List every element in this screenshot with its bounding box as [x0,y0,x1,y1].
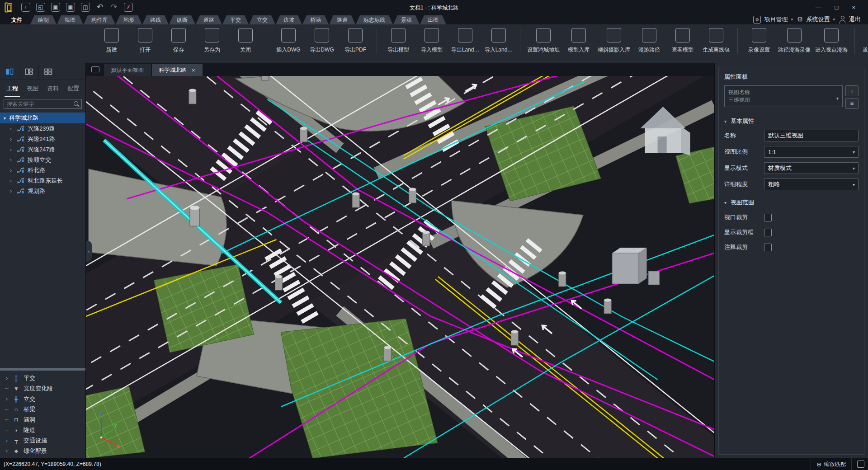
close-icon[interactable]: × [192,67,195,74]
menu-tab-markings[interactable]: 标志标线 [356,15,393,24]
new-button[interactable]: + 新建 [95,28,128,54]
section-basic-properties[interactable]: ▾ 基本属性 [724,117,859,125]
comp-item-greening[interactable]: › ♣ 绿化配景 [0,446,85,456]
comp-item-width-transition[interactable]: ┄ ▼ 宽度变化段 [0,383,85,394]
search-input[interactable] [4,99,82,109]
view-model-button[interactable]: ◫ ● 查看模型 [666,28,699,54]
menu-tab-file[interactable]: 文件 [4,15,30,24]
menu-tab-bridge-culvert[interactable]: 桥涵 [302,15,329,24]
comp-item-at-grade[interactable]: › ╬ 平交 [0,373,85,383]
menu-tab-output[interactable]: 出图 [420,15,446,24]
tree-item-xinglong-239[interactable]: › 兴隆239路 [0,123,85,134]
tree-item-kebei-road-east-ext[interactable]: › 科北路东延长 [0,175,85,186]
tree-root-kexuecheng-north-road[interactable]: ▾ 科学城北路 [0,113,85,123]
enter-viewpoint-roam-button[interactable]: ∵ ● 进入视点漫游 [813,28,850,54]
checkbox[interactable] [764,244,772,251]
comp-item-culvert[interactable]: ┄ ⊓ 涵洞 [0,414,85,425]
roam-path-button[interactable]: ↝ ● 漫游路径 [632,28,666,54]
panel-collapse-button[interactable]: ‹ [86,241,92,262]
recording-settings-button[interactable]: ▤ ⚙ 录像设置 [742,28,776,54]
save-icon[interactable]: ▣ [51,3,60,12]
oblique-photo-import-button[interactable]: ◈ ⚙ 倾斜摄影入库 [595,28,632,54]
set-hongcheng-address-button[interactable]: ≡ ⚙ 设置鸿城地址 [525,28,562,54]
export-model-button[interactable]: ◫ ↘ 导出模型 [382,28,415,54]
field-control[interactable]: 1:1 ▾ [764,146,859,158]
view-cube-icon[interactable] [857,461,864,468]
menu-tab-view[interactable]: 视图 [57,15,83,24]
display-icon[interactable] [91,66,99,72]
layout-columns-icon[interactable] [0,63,19,80]
comp-item-interchange[interactable]: › ╫ 立交 [0,394,85,404]
panel-tab-project[interactable]: 工程 [5,80,19,97]
zoom-fit-button[interactable]: ⊕ 缩放匹配 [811,458,852,470]
road-condition-drawing-button[interactable]: ▬ ROAD ↗ 道路条件图 [859,28,868,54]
tool-icon: ◈ ⚙ [607,28,621,42]
redo-icon[interactable]: ↷ [110,3,118,12]
menu-tab-profile[interactable]: 纵断 [169,15,195,24]
checkbox[interactable] [764,229,772,236]
export-pdf-button[interactable]: A PDF ↗ 导出PDF [339,28,372,54]
menu-tab-road[interactable]: 道路 [196,15,222,24]
panel-tab-data[interactable]: 资料 [46,80,60,97]
comp-item-tunnel[interactable]: ┄ ◗ 隧道 [0,425,85,435]
3d-viewport[interactable]: Z Y X [86,76,714,458]
layout-grid-icon[interactable] [39,63,58,80]
window-title: 文档1 - : 科学城北路 [410,4,458,12]
tree-item-jieshun-interchange[interactable]: › 接顺立交 [0,155,85,165]
viewport-tab-kexuecheng-north-road[interactable]: 科学城北路 × [152,64,203,76]
menu-tab-interchange[interactable]: 立交 [249,15,275,24]
project-management-menu[interactable]: ⚙ 项目管理 ▾ [753,15,793,24]
system-settings-menu[interactable]: ⚙ 系统设置 ▾ [797,15,835,24]
model-to-library-button[interactable]: ◫ ↘ 模型入库 [562,28,595,54]
section-view-range[interactable]: ▾ 视图范围 [724,198,859,207]
model-cube-icon[interactable]: ◫ [81,3,90,12]
tree-item-xinglong-247[interactable]: › 兴隆247路 [0,144,85,155]
add-view-button[interactable]: + [845,85,859,96]
exit-button[interactable]: 退出 [839,15,861,24]
menu-tab-alignment[interactable]: 路线 [142,15,169,24]
field-control[interactable]: 默认三维视图 [764,130,859,141]
insert-dwg-button[interactable]: ∟ CAD ↙ 插入DWG [272,28,305,54]
menu-tab-slope[interactable]: 边坡 [276,15,302,24]
import-model-button[interactable]: ◫ ↙ 导入模型 [415,28,448,54]
close-button[interactable]: × [852,4,855,11]
maximize-button[interactable]: □ [835,4,839,11]
export-landxml-button[interactable]: ‹› XML ↗ 导出Land… [448,28,482,54]
export-dwg-button[interactable]: ∟ DWG ↗ 导出DWG [305,28,339,54]
menu-tab-landscape[interactable]: 景观 [393,15,420,24]
new-doc-icon[interactable]: + [21,3,30,12]
generate-offline-package-button[interactable]: GJ 生成离线包 [699,28,733,54]
close-doc-icon[interactable]: ✗ [124,3,133,12]
menu-tab-component-library[interactable]: 构件库 [84,15,115,24]
menu-tab-terrain[interactable]: 地形 [116,15,142,24]
comp-item-bridge[interactable]: ┄ ∩ 桥梁 [0,404,85,414]
path-roam-recording-button[interactable]: ∵ ● 路径漫游录像 [776,28,813,54]
minimize-button[interactable]: — [816,4,821,11]
filter-view-button[interactable]: ≡ [845,98,859,109]
open-doc-icon[interactable]: ◱ [36,3,45,12]
panel-tab-view[interactable]: 视图 [26,80,39,97]
open-button[interactable]: ◱ 打开 [128,28,162,54]
view-selector-dropdown[interactable]: 视图名称 三维视图 ▾ [724,85,843,107]
field-control[interactable]: 材质模式 ▾ [764,162,859,174]
menu-tab-tunnel[interactable]: 隧道 [329,15,355,24]
viewport-tab-default-plan-view[interactable]: 默认平面视图 [104,64,151,76]
chevron-right-icon: › [10,126,14,132]
close-button[interactable]: × 关闭 [229,28,262,54]
panel-tab-config[interactable]: 配置 [66,80,80,97]
layout-mosaic-icon[interactable] [19,63,39,80]
save-as-button[interactable]: ▣ 另存为 [195,28,229,54]
save-as-icon[interactable]: ▣ [66,3,75,12]
comp-item-traffic-facilities[interactable]: › ┯ 交通设施 [0,435,85,446]
save-button[interactable]: ▣ 保存 [162,28,195,54]
checkbox-viewport-clip: 视口裁剪 [724,213,859,221]
import-landxml-button[interactable]: ‹› XML ↙ 导入Land… [482,28,515,54]
tree-item-kebei-road[interactable]: › 科北路 [0,165,85,175]
tree-item-xinglong-241[interactable]: › 兴隆241路 [0,134,85,144]
field-control[interactable]: 粗略 ▾ [764,179,859,190]
checkbox[interactable] [764,214,772,221]
menu-tab-draw[interactable]: 绘制 [30,15,57,24]
tree-item-planning-road[interactable]: › 规划路 [0,186,85,196]
undo-icon[interactable]: ↶ [96,3,104,12]
menu-tab-at-grade[interactable]: 平交 [222,15,249,24]
